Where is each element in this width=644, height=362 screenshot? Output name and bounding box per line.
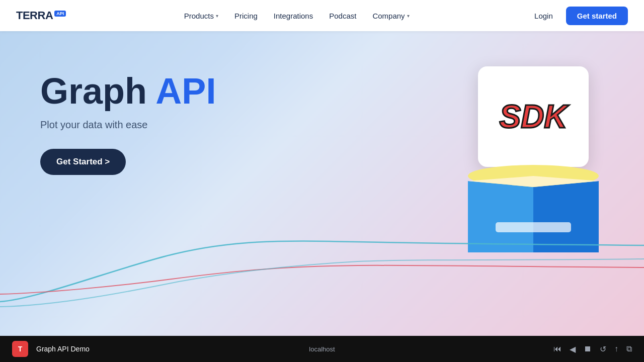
video-bar: T Graph API Demo localhost ⏮ ◀ ⏹ ↺ ↑ ⧉ [0, 336, 644, 362]
nav-right: Login Get started [527, 7, 628, 25]
nav-pricing[interactable]: Pricing [227, 8, 265, 24]
video-share-icon[interactable]: ↑ [614, 344, 618, 353]
video-controls: ⏮ ◀ ⏹ ↺ ↑ ⧉ [553, 344, 632, 354]
hero-title: Graph API [40, 71, 216, 111]
hero-title-accent: API [155, 71, 216, 111]
chevron-down-icon: ▾ [216, 13, 218, 19]
nav-company[interactable]: Company ▾ [365, 8, 416, 24]
video-prev-icon[interactable]: ◀ [570, 344, 576, 354]
graph-area [0, 201, 644, 312]
hero-section: Graph API Plot your data with ease Get S… [0, 31, 644, 362]
nav-products[interactable]: Products ▾ [177, 8, 225, 24]
video-channel-icon: T [12, 341, 28, 357]
video-url: localhost [309, 345, 335, 353]
hero-title-main: Graph [40, 71, 155, 111]
hero-subtitle: Plot your data with ease [40, 119, 216, 131]
nav-pricing-label: Pricing [234, 12, 258, 20]
nav-integrations[interactable]: Integrations [267, 8, 320, 24]
chevron-down-icon-2: ▾ [407, 13, 410, 19]
nav-products-label: Products [184, 12, 214, 20]
logo-text: TERRA [16, 9, 53, 22]
video-title: Graph API Demo [36, 345, 90, 353]
navbar: TERRA API Products ▾ Pricing Integration… [0, 0, 644, 31]
video-copy-icon[interactable]: ⧉ [626, 344, 632, 353]
hero-content: Graph API Plot your data with ease Get S… [40, 71, 216, 175]
graph-svg [0, 201, 644, 312]
hero-cta-button[interactable]: Get Started > [40, 149, 126, 175]
video-reload-icon[interactable]: ↺ [600, 344, 606, 354]
nav-podcast-label: Podcast [329, 12, 356, 20]
video-icon-letter: T [18, 345, 23, 353]
logo[interactable]: TERRA API [16, 9, 66, 22]
nav-podcast[interactable]: Podcast [322, 8, 363, 24]
logo-badge: API [54, 11, 66, 17]
login-button[interactable]: Login [527, 8, 560, 24]
nav-links: Products ▾ Pricing Integrations Podcast … [177, 8, 417, 24]
get-started-button[interactable]: Get started [566, 7, 628, 25]
nav-integrations-label: Integrations [274, 12, 313, 20]
nav-company-label: Company [372, 12, 405, 20]
video-back-icon[interactable]: ⏮ [553, 344, 561, 353]
video-stop-icon[interactable]: ⏹ [584, 344, 592, 353]
